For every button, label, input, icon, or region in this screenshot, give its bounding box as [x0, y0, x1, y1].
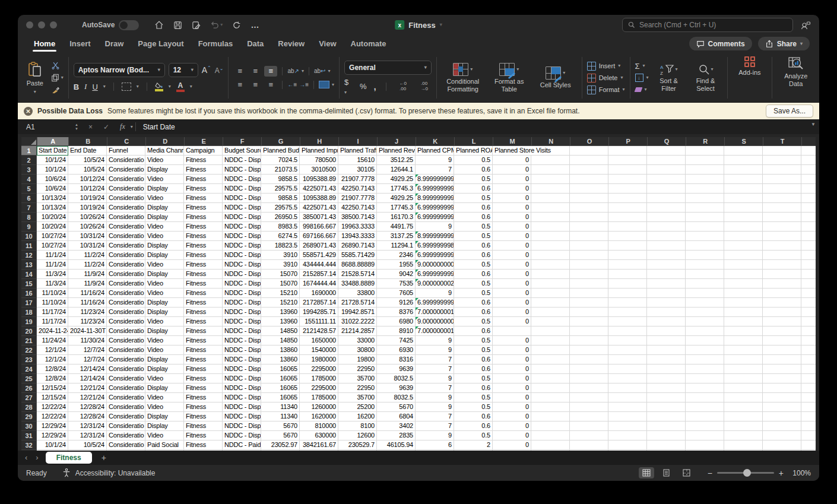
cell-E14[interactable]: Fitness: [184, 270, 223, 279]
cell-I5[interactable]: 42250.7143: [338, 184, 377, 194]
cell-N15[interactable]: [531, 279, 570, 289]
delete-cells-button[interactable]: Delete▾: [587, 73, 625, 83]
cell-O19[interactable]: [570, 317, 608, 327]
cell-F22[interactable]: NDDC - Disp: [223, 345, 261, 355]
column-header-B[interactable]: B: [69, 137, 107, 146]
cell-R28[interactable]: [686, 402, 724, 412]
cell-M25[interactable]: 0: [493, 374, 531, 383]
cell-B20[interactable]: 2024-11-30T: [68, 327, 107, 336]
cell-T29[interactable]: [763, 412, 801, 421]
cell-L18[interactable]: 0.6: [454, 308, 493, 317]
cell-D14[interactable]: Display: [145, 270, 184, 279]
cell-R11[interactable]: [686, 241, 724, 251]
cell-D4[interactable]: Video: [145, 175, 184, 184]
cell-D24[interactable]: Display: [145, 364, 184, 374]
cell-L1[interactable]: Planned ROA: [454, 146, 493, 156]
cell-R17[interactable]: [686, 298, 724, 308]
cell-E5[interactable]: Fitness: [184, 184, 223, 194]
cell-P6[interactable]: [608, 194, 647, 203]
cell-Q32[interactable]: [647, 440, 686, 450]
cell-E4[interactable]: Fitness: [184, 175, 223, 184]
increase-indent-button[interactable]: →≡: [299, 80, 309, 90]
cell-C17[interactable]: Consideratio: [107, 298, 145, 308]
cell-R18[interactable]: [686, 308, 724, 317]
cell-H1[interactable]: Planned Impr: [300, 146, 338, 156]
cell-D33[interactable]: Paid Social: [145, 450, 184, 451]
cell-H9[interactable]: 998166.667: [300, 222, 338, 232]
select-all-corner[interactable]: [21, 137, 37, 146]
zoom-out-button[interactable]: −: [708, 468, 712, 478]
cell-H29[interactable]: 1620000: [300, 412, 338, 421]
row-header-27[interactable]: 27: [21, 393, 37, 402]
cell-G19[interactable]: 13960: [261, 317, 300, 327]
cut-button[interactable]: [51, 61, 64, 70]
cell-M27[interactable]: 0: [493, 393, 531, 402]
cell-O7[interactable]: [570, 203, 608, 213]
cell-O20[interactable]: [570, 327, 608, 336]
cell-N26[interactable]: [531, 383, 570, 393]
cell-A14[interactable]: 11/3/24: [37, 270, 68, 279]
cell-Q19[interactable]: [647, 317, 686, 327]
cell-R10[interactable]: [686, 232, 724, 241]
cell-D16[interactable]: Video: [145, 289, 184, 298]
cell-K3[interactable]: 7: [416, 165, 454, 175]
cell-F3[interactable]: NDDC - Disp: [223, 165, 261, 175]
cell-Q6[interactable]: [647, 194, 686, 203]
cell-I30[interactable]: 8100: [338, 421, 377, 431]
cell-K31[interactable]: 9: [416, 431, 454, 440]
cell-A15[interactable]: 11/3/24: [37, 279, 68, 289]
cell-F17[interactable]: NDDC - Disp: [223, 298, 261, 308]
cell-N25[interactable]: [531, 374, 570, 383]
cell-R21[interactable]: [686, 336, 724, 345]
cell-Q22[interactable]: [647, 345, 686, 355]
cell-A31[interactable]: 12/29/24: [37, 431, 68, 440]
cell-I6[interactable]: 21907.7778: [338, 194, 377, 203]
cell-C27[interactable]: Consideratio: [107, 393, 145, 402]
cell-E10[interactable]: Fitness: [184, 232, 223, 241]
cell-N27[interactable]: [531, 393, 570, 402]
cell-O18[interactable]: [570, 308, 608, 317]
cell-P31[interactable]: [608, 431, 647, 440]
cell-T32[interactable]: [763, 440, 801, 450]
cell-M12[interactable]: 0: [493, 251, 531, 260]
cell-Q16[interactable]: [647, 289, 686, 298]
cell-C25[interactable]: Consideratio: [107, 374, 145, 383]
cell-I13[interactable]: 8688.88889: [338, 260, 377, 270]
cell-Q27[interactable]: [647, 393, 686, 402]
cell-Q12[interactable]: [647, 251, 686, 260]
cell-G12[interactable]: 3910: [261, 251, 300, 260]
cell-C31[interactable]: Consideratio: [107, 431, 145, 440]
cell-R24[interactable]: [686, 364, 724, 374]
shrink-font-button[interactable]: A⌄: [215, 66, 224, 75]
cell-A11[interactable]: 10/27/24: [37, 241, 68, 251]
cell-K7[interactable]: 6.999999999: [416, 203, 454, 213]
cell-I16[interactable]: 33800: [338, 289, 377, 298]
cell-N13[interactable]: [531, 260, 570, 270]
cell-R7[interactable]: [686, 203, 724, 213]
cell-T15[interactable]: [763, 279, 801, 289]
row-header-16[interactable]: 16: [21, 289, 37, 298]
cell-O23[interactable]: [570, 355, 608, 364]
cell-F10[interactable]: NDDC - Disp: [223, 232, 261, 241]
cell-J14[interactable]: 9042: [377, 270, 416, 279]
cell-E22[interactable]: Fitness: [184, 345, 223, 355]
cell-D17[interactable]: Display: [145, 298, 184, 308]
cell-O33[interactable]: [570, 450, 608, 451]
cell-F29[interactable]: NDDC - Disp: [223, 412, 261, 421]
cell-D32[interactable]: Paid Social: [145, 440, 184, 450]
cell-K18[interactable]: 7.000000001: [416, 308, 454, 317]
cell-C13[interactable]: Consideratio: [107, 260, 145, 270]
cell-A21[interactable]: 11/24/24: [37, 336, 68, 345]
cell-Q23[interactable]: [647, 355, 686, 364]
cell-I23[interactable]: 19800: [338, 355, 377, 364]
cell-P32[interactable]: [608, 440, 647, 450]
cell-C20[interactable]: Consideratio: [107, 327, 145, 336]
cell-G21[interactable]: 14850: [261, 336, 300, 345]
borders-button[interactable]: [122, 83, 131, 91]
cell-G18[interactable]: 13960: [261, 308, 300, 317]
cell-P11[interactable]: [608, 241, 647, 251]
cell-I2[interactable]: 15610: [338, 156, 377, 165]
cell-J12[interactable]: 2346: [377, 251, 416, 260]
cell-C23[interactable]: Consideratio: [107, 355, 145, 364]
cell-O10[interactable]: [570, 232, 608, 241]
